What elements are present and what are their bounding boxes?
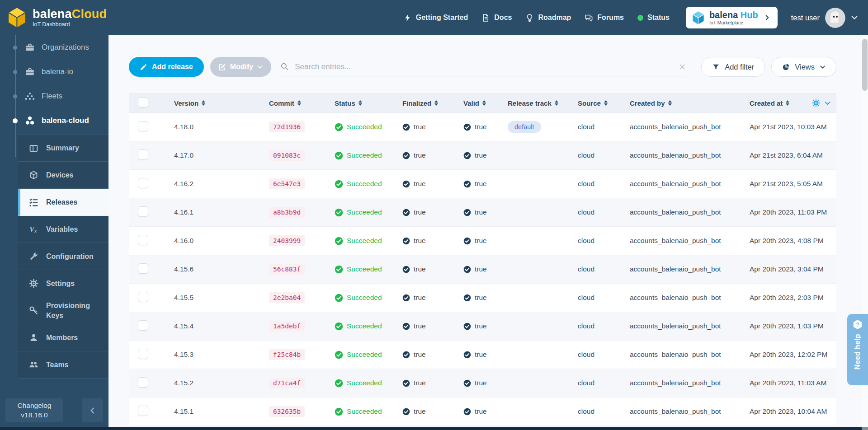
- sidebar-item-label: Members: [46, 333, 78, 343]
- commit-hash[interactable]: a8b3b9d: [269, 207, 305, 218]
- column-header-created-by[interactable]: Created by: [621, 99, 741, 107]
- sidebar-tree-fleets[interactable]: Fleets: [0, 84, 108, 108]
- source-value: cloud: [578, 322, 594, 330]
- modify-button[interactable]: Modify: [210, 57, 272, 77]
- briefcase-icon: [25, 42, 35, 52]
- add-release-button[interactable]: Add release: [129, 57, 204, 77]
- hub-name-primary: balena: [709, 10, 738, 20]
- commit-hash[interactable]: 2e2ba04: [269, 292, 305, 303]
- status-value: Succeeded: [347, 265, 382, 273]
- brand-logo[interactable]: balenaCloud IoT Dashboard: [0, 6, 107, 29]
- row-checkbox[interactable]: [138, 150, 148, 160]
- row-checkbox[interactable]: [138, 292, 148, 302]
- column-header-commit[interactable]: Commit: [260, 99, 326, 107]
- created-at-cell: Apr 21st 2023, 10:03 AM: [741, 123, 836, 131]
- table-row[interactable]: 4.15.41a5debfSucceededtruetruecloudaccou…: [129, 312, 836, 341]
- column-header-finalized[interactable]: Finalized: [393, 99, 454, 107]
- commit-hash[interactable]: 56c883f: [269, 264, 305, 275]
- column-header-release-track[interactable]: Release track: [499, 99, 569, 107]
- sidebar-item-members[interactable]: Members: [18, 324, 108, 351]
- tree-bullet: [13, 94, 17, 98]
- valid-value: true: [475, 237, 487, 245]
- commit-hash[interactable]: 632635b: [269, 406, 305, 417]
- version-cell: 4.15.4: [165, 322, 260, 330]
- commit-hash[interactable]: 6e547e3: [269, 178, 305, 189]
- row-checkbox[interactable]: [138, 349, 148, 359]
- row-checkbox[interactable]: [138, 178, 148, 188]
- search-input[interactable]: [295, 62, 679, 71]
- table-row[interactable]: 4.17.0091083cSucceededtruetruecloudaccou…: [129, 141, 836, 170]
- columns-chevron-icon[interactable]: [824, 100, 831, 107]
- column-header-label: Finalized: [402, 99, 431, 107]
- check-circle-icon: [402, 209, 410, 216]
- hub-name-secondary: Hub: [741, 10, 758, 20]
- changelog-label: Changelog: [5, 401, 63, 410]
- navbar-link-roadmap[interactable]: Roadmap: [525, 14, 571, 22]
- row-checkbox[interactable]: [138, 320, 148, 331]
- column-header-created-at[interactable]: Created at: [741, 99, 836, 107]
- navbar-link-forums[interactable]: Forums: [585, 14, 624, 22]
- sidebar-item-configuration[interactable]: Configuration: [18, 243, 108, 270]
- table-row[interactable]: 4.15.656c883fSucceededtruetruecloudaccou…: [129, 255, 836, 284]
- row-checkbox[interactable]: [138, 263, 148, 274]
- table-row[interactable]: 4.15.1632635bSucceededtruetruecloudaccou…: [129, 397, 836, 426]
- table-row[interactable]: 4.15.3f25c84bSucceededtruetruecloudaccou…: [129, 341, 836, 369]
- column-header-source[interactable]: Source: [569, 99, 621, 107]
- user-menu[interactable]: test user: [791, 8, 858, 28]
- column-header-valid[interactable]: Valid: [454, 99, 499, 107]
- commit-hash[interactable]: 72d1936: [269, 122, 305, 132]
- balena-hub-button[interactable]: balena Hub IoT Marketplace: [686, 7, 778, 28]
- row-checkbox[interactable]: [138, 235, 148, 245]
- table-row[interactable]: 4.15.52e2ba04Succeededtruetruecloudaccou…: [129, 284, 836, 312]
- sidebar-item-variables[interactable]: VxVariables: [18, 216, 108, 243]
- commit-cell: 72d1936: [260, 122, 326, 132]
- table-row[interactable]: 4.16.1a8b3b9dSucceededtruetruecloudaccou…: [129, 198, 836, 227]
- clear-search-icon[interactable]: [679, 63, 686, 70]
- commit-hash[interactable]: 1a5debf: [269, 321, 305, 332]
- commit-hash[interactable]: 091083c: [269, 150, 305, 161]
- sidebar-item-settings[interactable]: Settings: [18, 270, 108, 297]
- finalized-value: true: [414, 123, 426, 131]
- scrollbar-thumb[interactable]: [862, 39, 868, 91]
- row-checkbox[interactable]: [138, 206, 148, 217]
- table-row[interactable]: 4.16.26e547e3Succeededtruetruecloudaccou…: [129, 170, 836, 198]
- sidebar-item-releases[interactable]: Releases: [18, 189, 108, 216]
- sidebar-tree-organizations[interactable]: Organizations: [0, 35, 108, 60]
- views-button[interactable]: Views: [771, 57, 836, 77]
- valid-value: true: [475, 180, 487, 188]
- check-circle-icon: [402, 351, 410, 359]
- need-help-tab[interactable]: ? Need help: [847, 314, 868, 385]
- column-header-status[interactable]: Status: [326, 99, 393, 107]
- sidebar-tree-balena-io[interactable]: balena-io: [0, 60, 108, 84]
- column-header-version[interactable]: Version: [165, 99, 260, 107]
- navbar-link-status[interactable]: Status: [637, 14, 670, 22]
- sidebar-item-provisioning-keys[interactable]: Provisioning Keys: [18, 297, 108, 324]
- sidebar-item-summary[interactable]: Summary: [18, 135, 108, 162]
- sidebar-item-devices[interactable]: Devices: [18, 162, 108, 189]
- created-by-cell: accounts_balenaio_push_bot: [621, 151, 741, 159]
- valid-value: true: [475, 265, 487, 273]
- sidebar-item-label: Configuration: [46, 252, 94, 262]
- commit-hash[interactable]: d71ca4f: [269, 378, 305, 388]
- commit-hash[interactable]: f25c84b: [269, 349, 305, 360]
- row-checkbox[interactable]: [138, 406, 148, 416]
- svg-text:?: ?: [856, 322, 859, 328]
- version-cell: 4.16.1: [165, 208, 260, 216]
- navbar-link-getting-started[interactable]: Getting Started: [403, 14, 468, 22]
- sidebar-tree-balena-cloud[interactable]: balena-cloud: [0, 108, 108, 133]
- created-by-value: accounts_balenaio_push_bot: [630, 123, 721, 131]
- sidebar-collapse-button[interactable]: [82, 398, 103, 422]
- column-settings-gear-icon[interactable]: [812, 99, 820, 107]
- add-filter-button[interactable]: Add filter: [701, 57, 765, 77]
- changelog-button[interactable]: Changelog v18.16.0: [5, 398, 63, 422]
- commit-hash[interactable]: 2403999: [269, 235, 305, 246]
- table-row[interactable]: 4.18.072d1936Succeededtruetruedefaultclo…: [129, 113, 836, 141]
- search-icon: [280, 62, 289, 71]
- select-all-checkbox[interactable]: [138, 97, 148, 108]
- table-row[interactable]: 4.16.02403999Succeededtruetruecloudaccou…: [129, 227, 836, 255]
- row-checkbox[interactable]: [138, 121, 148, 131]
- row-checkbox[interactable]: [138, 377, 148, 388]
- sidebar-item-teams[interactable]: Teams: [18, 351, 108, 379]
- table-row[interactable]: 4.15.2d71ca4fSucceededtruetruecloudaccou…: [129, 369, 836, 397]
- navbar-link-docs[interactable]: Docs: [481, 14, 512, 22]
